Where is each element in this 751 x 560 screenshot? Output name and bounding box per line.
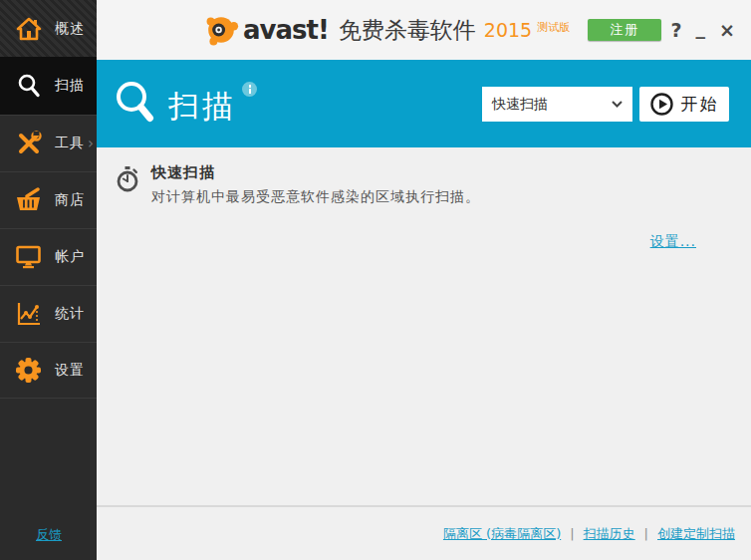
scan-settings-link[interactable]: 设置... [650,233,696,251]
quick-scan-description: 对计算机中最易受恶意软件感染的区域执行扫描。 [151,188,480,206]
content-area: 快速扫描 对计算机中最易受恶意软件感染的区域执行扫描。 设置... [97,147,751,505]
sidebar-item-label: 概述 [55,20,85,38]
footer-bar: 隔离区 (病毒隔离区) | 扫描历史 | 创建定制扫描 [97,505,751,560]
sidebar-item-settings[interactable]: 设置 [0,342,97,399]
scan-history-link[interactable]: 扫描历史 [584,525,635,543]
sidebar-item-account[interactable]: 帐户 [0,228,97,285]
app-window: 概述 扫描 工具 › [0,0,751,560]
sidebar: 概述 扫描 工具 › [0,0,97,560]
sidebar-item-overview[interactable]: 概述 [0,0,97,57]
help-button[interactable]: ? [671,21,682,40]
minimize-button[interactable]: _ [696,18,706,37]
gear-icon [15,357,42,384]
sidebar-item-scan[interactable]: 扫描 [0,57,97,115]
close-button[interactable]: × [719,21,735,40]
magnifier-icon [15,73,42,99]
brand-edition-badge: 测试版 [537,20,570,35]
sidebar-item-label: 工具 [55,135,85,152]
title-bar: avast! 免费杀毒软件 2015 测试版 注册 ? _ × [97,0,751,60]
sidebar-item-stats[interactable]: 统计 [0,285,97,342]
sidebar-item-label: 统计 [55,305,85,323]
register-button[interactable]: 注册 [588,19,661,41]
window-controls: ? _ × [671,0,735,60]
chevron-down-icon [612,101,623,108]
sidebar-item-label: 商店 [55,191,85,209]
sidebar-item-label: 设置 [55,362,85,380]
home-icon [15,16,42,42]
play-icon [650,93,673,116]
scan-banner: 扫描 快速扫描 开始 [97,60,751,147]
main-area: avast! 免费杀毒软件 2015 测试版 注册 ? _ × 扫描 [97,0,751,560]
footer-separator: | [570,526,574,541]
sidebar-item-tools[interactable]: 工具 › [0,115,97,171]
create-custom-scan-link[interactable]: 创建定制扫描 [657,525,735,543]
footer-separator: | [644,526,648,541]
sidebar-item-label: 扫描 [55,77,85,95]
scan-type-selected-value: 快速扫描 [492,96,548,114]
scan-type-dropdown[interactable]: 快速扫描 [482,87,632,122]
feedback-link[interactable]: 反馈 [36,526,62,544]
brand-wordmark: avast! [243,15,329,45]
sidebar-item-label: 帐户 [55,248,85,266]
magnifier-large-icon [113,80,160,132]
brand: avast! 免费杀毒软件 2015 测试版 注册 [202,0,661,60]
info-icon[interactable] [242,82,257,97]
quick-scan-summary: 快速扫描 对计算机中最易受恶意软件感染的区域执行扫描。 [115,163,480,206]
brand-year: 2015 [484,19,532,41]
chart-icon [15,301,42,327]
avast-logo-icon [202,11,240,49]
start-button-label: 开始 [681,93,719,116]
start-scan-button[interactable]: 开始 [639,87,729,122]
monitor-icon [15,244,42,270]
quick-scan-title: 快速扫描 [151,163,480,182]
page-title: 扫描 [168,86,236,128]
sidebar-item-store[interactable]: 商店 [0,171,97,228]
tools-icon [15,131,42,156]
brand-product-name: 免费杀毒软件 [339,15,476,46]
quarantine-link[interactable]: 隔离区 (病毒隔离区) [443,525,561,543]
stopwatch-icon [115,165,140,206]
basket-icon [15,187,42,213]
submenu-chevron-icon: › [88,135,94,152]
